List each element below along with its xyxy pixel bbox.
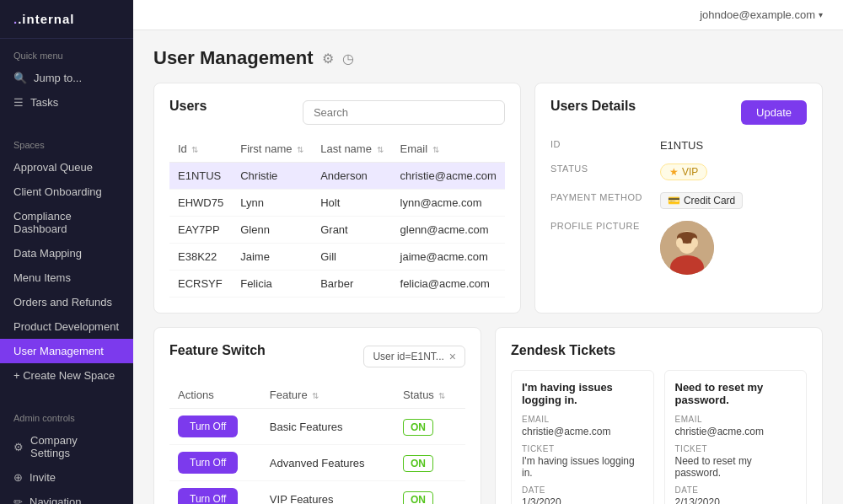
ticket-date-value: 1/3/2020 — [522, 496, 643, 504]
detail-profile-row: PROFILE PICTURE — [550, 221, 807, 275]
detail-payment-value: 💳 Credit Card — [660, 192, 743, 209]
detail-payment-row: PAYMENT METHOD 💳 Credit Card — [550, 192, 807, 209]
logo-text: .internal — [18, 12, 74, 26]
cell-first: Christie — [232, 163, 312, 190]
sidebar-item-orders-and-refunds[interactable]: Orders and Refunds — [0, 290, 133, 314]
cell-email: christie@acme.com — [392, 163, 505, 190]
gear-icon: ⚙ — [13, 441, 24, 453]
company-settings-label: Company Settings — [30, 434, 120, 459]
cell-id: E1NTUS — [169, 163, 232, 190]
sort-icon-first[interactable]: ⇅ — [297, 145, 303, 154]
sidebar-item-invite[interactable]: ⊕ Invite — [0, 465, 133, 490]
detail-id-row: ID E1NTUS — [550, 139, 807, 152]
ticket-email-label: EMAIL — [675, 415, 797, 424]
nav-label: Orders and Refunds — [13, 296, 112, 308]
create-space-label: + Create New Space — [13, 369, 115, 382]
nav-items: Approval QueueClient OnboardingComplianc… — [0, 155, 133, 363]
ticket-email-label: EMAIL — [522, 415, 643, 424]
ticket-grid: I'm having issues logging in. EMAIL chri… — [511, 370, 807, 504]
sidebar: ..internal Quick menu 🔍 Jump to... ☰ Tas… — [0, 0, 133, 504]
sidebar-tasks-label: Tasks — [30, 96, 58, 109]
table-row[interactable]: EHWD75 Lynn Holt lynn@acme.com — [169, 190, 505, 217]
table-row[interactable]: E38K22 Jaime Gill jaime@acme.com — [169, 244, 505, 271]
filter-tag[interactable]: User id=E1NT... × — [363, 346, 465, 367]
turn-off-button[interactable]: Turn Off — [178, 452, 238, 474]
detail-id-value: E1NTUS — [660, 139, 703, 152]
turn-off-button[interactable]: Turn Off — [178, 488, 238, 504]
navigation-label: Navigation — [30, 496, 81, 504]
cell-email: lynn@acme.com — [392, 190, 505, 217]
svg-point-6 — [691, 238, 698, 248]
nav-label: Client Onboarding — [13, 185, 102, 198]
detail-status-label: STATUS — [550, 164, 660, 174]
feat-feature-cell: Basic Features — [261, 409, 395, 445]
sidebar-item-create-space[interactable]: + Create New Space — [0, 363, 133, 388]
sort-icon-status[interactable]: ⇅ — [438, 391, 445, 400]
sidebar-item-data-mapping[interactable]: Data Mapping — [0, 241, 133, 265]
detail-profile-label: PROFILE PICTURE — [550, 221, 660, 231]
ticket-date-label: DATE — [522, 485, 643, 495]
sort-icon-id[interactable]: ⇅ — [191, 145, 198, 154]
sidebar-jump-label: Jump to... — [34, 72, 82, 84]
ticket-date-label: DATE — [675, 485, 797, 495]
sidebar-item-client-onboarding[interactable]: Client Onboarding — [0, 180, 133, 204]
cell-id: EHWD75 — [169, 190, 232, 217]
nav-label: Compliance Dashboard — [13, 210, 120, 235]
detail-profile-value — [660, 221, 714, 275]
turn-off-button[interactable]: Turn Off — [178, 416, 238, 437]
on-badge: ON — [403, 455, 433, 472]
col-last: Last name ⇅ — [312, 136, 391, 163]
settings-icon-button[interactable]: ⚙ — [322, 51, 334, 67]
users-table: Id ⇅ First name ⇅ Last name ⇅ Email ⇅ E1… — [169, 136, 505, 298]
history-icon-button[interactable]: ◷ — [342, 51, 354, 67]
table-row[interactable]: ECRSYF Felicia Barber felicia@acme.com — [169, 271, 505, 298]
cell-email: glenn@acme.com — [392, 217, 505, 244]
sidebar-item-jump[interactable]: 🔍 Jump to... — [0, 66, 133, 90]
details-header: Users Details Update — [550, 99, 807, 126]
sidebar-item-tasks[interactable]: ☰ Tasks — [0, 90, 133, 115]
page-title-row: User Management ⚙ ◷ — [153, 47, 823, 69]
sidebar-item-user-management[interactable]: User Management — [0, 339, 133, 363]
sort-icon-last[interactable]: ⇅ — [377, 145, 384, 154]
sidebar-item-menu-items[interactable]: Menu Items — [0, 265, 133, 290]
feat-status-cell: ON — [395, 409, 465, 445]
sidebar-item-company-settings[interactable]: ⚙ Company Settings — [0, 428, 133, 465]
navigation-icon: ✏ — [13, 496, 23, 504]
nav-label: Approval Queue — [13, 161, 93, 174]
cell-email: felicia@acme.com — [392, 271, 505, 298]
sort-icon-email[interactable]: ⇅ — [432, 145, 439, 154]
table-row[interactable]: EAY7PP Glenn Grant glenn@acme.com — [169, 217, 505, 244]
table-row[interactable]: E1NTUS Christie Anderson christie@acme.c… — [169, 163, 505, 190]
user-email-text: johndoe@example.com — [700, 8, 815, 21]
feature-switch-header: Feature Switch User id=E1NT... × — [169, 343, 465, 370]
sort-icon-feature[interactable]: ⇅ — [312, 391, 319, 400]
detail-id-label: ID — [550, 139, 660, 149]
on-badge: ON — [403, 491, 433, 505]
feat-col-actions: Actions — [169, 382, 261, 409]
sidebar-item-compliance-dashboard[interactable]: Compliance Dashboard — [0, 204, 133, 241]
feat-feature-cell: VIP Features — [261, 481, 395, 505]
sidebar-item-navigation[interactable]: ✏ Navigation — [0, 490, 133, 504]
ticket-email-value: christie@acme.com — [522, 426, 643, 437]
cell-first: Jaime — [232, 244, 312, 271]
sidebar-item-product-development[interactable]: Product Development — [0, 314, 133, 339]
detail-status-row: STATUS ★ VIP — [550, 164, 807, 180]
cell-first: Glenn — [232, 217, 312, 244]
credit-card-badge: 💳 Credit Card — [660, 192, 743, 209]
update-button[interactable]: Update — [741, 100, 807, 125]
search-input[interactable] — [303, 100, 505, 125]
ticket-card[interactable]: Need to reset my password. EMAIL christi… — [664, 370, 808, 504]
feature-switch-title: Feature Switch — [169, 343, 266, 358]
col-email: Email ⇅ — [392, 136, 505, 163]
page-content: User Management ⚙ ◷ Users Id ⇅ First nam… — [133, 30, 843, 504]
ticket-ticket-label: TICKET — [675, 444, 797, 453]
nav-label: Product Development — [13, 320, 119, 333]
invite-label: Invite — [30, 471, 56, 484]
avatar-svg — [660, 221, 714, 275]
col-first: First name ⇅ — [232, 136, 312, 163]
ticket-card[interactable]: I'm having issues logging in. EMAIL chri… — [511, 370, 654, 504]
sidebar-item-approval-queue[interactable]: Approval Queue — [0, 155, 133, 180]
remove-filter-icon[interactable]: × — [449, 350, 456, 363]
star-icon: ★ — [669, 166, 679, 178]
user-email-button[interactable]: johndoe@example.com ▾ — [700, 8, 823, 21]
